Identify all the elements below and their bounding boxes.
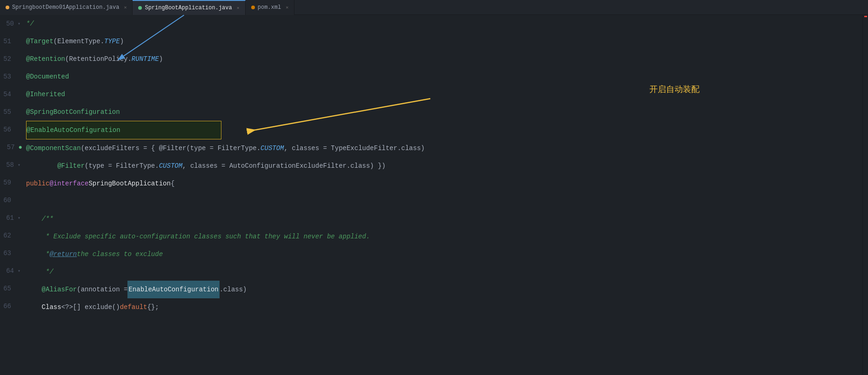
code-line-65: @AliasFor(annotation = EnableAutoConfigu… [26,281,862,298]
tab-dot-1 [6,6,9,9]
line-num-58: 58 [3,156,18,174]
code-line-64: */ [26,263,862,281]
code-line-60 [26,192,862,210]
code-line-55: @SpringBootConfiguration [26,103,862,121]
line-num-60: 60 [0,191,15,209]
line-num-50: 50 [3,15,18,33]
code-line-53: @Documented [26,68,862,86]
line-num-63: 63 [0,244,15,262]
code-line-59: public @interface SpringBootApplication … [26,175,862,192]
line-num-51: 51 [0,33,15,50]
ide-window: SpringbootDemo01Application.java ✕ Sprin… [0,0,868,375]
line-num-64: 64 [3,262,18,280]
line-num-65: 65 [0,280,15,297]
line-num-62: 62 [0,227,15,244]
code-line-52: @Retention(RetentionPolicy.RUNTIME) [26,50,862,68]
code-line-54: @Inherited [26,86,862,103]
code-line-63: * @return the classes to exclude [26,245,862,263]
line-numbers-gutter: 50 ▾ 51 52 53 [0,15,26,375]
tab-label-3: pom.xml [258,4,281,11]
code-line-51: @Target(ElementType.TYPE) [26,33,862,50]
line-num-55: 55 [0,103,15,121]
code-line-58: @Filter(type = FilterType.CUSTOM, classe… [26,157,862,175]
code-line-50: */ [26,15,862,33]
line-num-61: 61 [3,209,18,227]
code-line-57: @ComponentScan(excludeFilters = { @Filte… [26,139,862,157]
close-tab-1[interactable]: ✕ [124,5,127,10]
close-tab-2[interactable]: ✕ [237,5,240,11]
tab-label-2: SpringBootApplication.java [145,5,232,11]
tab-springboot-application[interactable]: SpringBootApplication.java ✕ [133,0,245,15]
line-num-59: 59 [0,174,15,191]
tab-springboot-demo[interactable]: SpringbootDemo01Application.java ✕ [0,0,133,15]
alias-highlight: EnableAutoConfiguration [127,281,219,298]
tab-bar: SpringbootDemo01Application.java ✕ Sprin… [0,0,868,15]
code-line-62: * Exclude specific auto-configuration cl… [26,228,862,245]
tab-label-1: SpringbootDemo01Application.java [12,4,119,11]
right-scroll-bar[interactable] [862,15,868,375]
code-50-content: */ [26,15,34,33]
line-num-53: 53 [0,68,15,86]
fold-icon-64[interactable]: ▾ [18,268,20,274]
fold-icon-58[interactable]: ▾ [18,162,20,168]
code-line-66: Class<?>[] exclude() default {}; [26,298,862,316]
code-line-61: /** [26,210,862,228]
tab-dot-2 [138,6,142,10]
code-line-56: @EnableAutoConfiguration [26,121,221,139]
debug-icon-57: ● [19,144,22,151]
fold-icon-50[interactable]: ▾ [18,21,20,26]
close-tab-3[interactable]: ✕ [286,5,288,10]
line-num-56: 56 [0,121,15,138]
line-num-52: 52 [0,50,15,68]
code-51-anno: @Target [26,33,53,50]
tab-pom-xml[interactable]: pom.xml ✕ [246,0,294,15]
line-num-54: 54 [0,86,15,103]
error-indicator [864,16,867,17]
fold-icon-61[interactable]: ▾ [18,215,20,221]
tab-dot-3 [251,6,255,9]
code-region: */ @Target(ElementType.TYPE) @Retention(… [26,15,862,375]
code-area: 50 ▾ 51 52 53 [0,15,868,375]
line-num-57: 57 [4,138,19,156]
line-num-66: 66 [0,297,15,315]
